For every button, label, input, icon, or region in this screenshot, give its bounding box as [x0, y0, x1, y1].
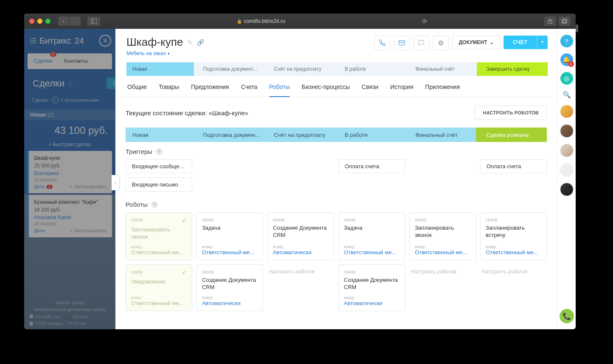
app-logo: Битрикс24 ✕	[24, 29, 115, 52]
deal-card[interactable]: Кухонный комплект "Кофе" 18 100 руб. Ana…	[28, 195, 112, 237]
configure-robots-button[interactable]: НАСТРОИТЬ РОБОТОВ	[475, 106, 547, 120]
user-avatar[interactable]	[560, 163, 574, 177]
pipeline-stage[interactable]: Счёт на предоплату	[265, 62, 336, 76]
support-button[interactable]: ◎	[560, 72, 573, 85]
filter-line[interactable]: Сделки:1с просроченными	[24, 93, 115, 107]
user-avatar[interactable]	[560, 105, 574, 118]
tab-invoices[interactable]: Счета	[241, 83, 258, 97]
address-bar[interactable]: 🔒comilfo.bitrix24.ru	[104, 18, 419, 24]
crm-background: Битрикс24 ✕ Сделки6 Контакты Сделки☆С Сд…	[24, 29, 115, 329]
maximize-window-icon[interactable]	[45, 19, 50, 24]
browser-window: ‹ › 🔒comilfo.bitrix24.ru ⟳ Битрикс24 ✕ С	[24, 14, 576, 329]
help-icon[interactable]: ?	[156, 148, 162, 155]
settings-button[interactable]: ⚙	[433, 36, 449, 50]
invoice-button[interactable]: СЧЁТ	[504, 36, 537, 49]
robot-card[interactable]: сразуЗадачакому:Ответственный ме...	[339, 212, 405, 260]
user-avatar[interactable]	[560, 144, 574, 157]
robot-card[interactable]: сразуЗадачакому:Ответственный ме...	[196, 212, 263, 260]
tab-bp[interactable]: Бизнес-процессы	[302, 83, 350, 97]
close-window-icon[interactable]	[29, 19, 34, 24]
deal-detail-panel: Шкаф-купе ✎ 🔗 Мебель на заказ ⚙ ДОКУМЕНТ…	[115, 29, 557, 329]
share-button[interactable]	[544, 17, 556, 26]
search-button[interactable]: С	[106, 78, 115, 89]
tab-robots[interactable]: Роботы	[269, 83, 290, 97]
help-icon[interactable]: ?	[151, 201, 158, 208]
tab-products[interactable]: Товары	[159, 83, 179, 97]
tab-history[interactable]: История	[390, 83, 413, 97]
robot-card[interactable]: сразуЗапланировать встречукому:Ответстве…	[480, 212, 547, 260]
trigger-item[interactable]: Оплата счета	[339, 159, 405, 173]
tabs-button[interactable]	[559, 17, 571, 26]
crm-tabs: Сделки6 Контакты	[28, 53, 112, 69]
tab-general[interactable]: Общие	[127, 83, 147, 97]
close-panel-icon[interactable]: ✕	[99, 35, 111, 47]
pipeline-stage[interactable]: Подготовка документ...	[194, 62, 265, 76]
document-button[interactable]: ДОКУМЕНТ ⌄	[452, 36, 500, 49]
sidebar-toggle-button[interactable]	[87, 17, 100, 26]
robots-stage[interactable]: Счёт на предоплату	[264, 128, 335, 142]
pipeline-stage[interactable]: Новая	[126, 62, 194, 76]
reload-button[interactable]: ⟳	[422, 18, 431, 25]
link-icon[interactable]: 🔗	[197, 39, 204, 46]
pipeline-stage[interactable]: Финальный счёт	[406, 62, 477, 76]
help-button[interactable]: ?	[560, 35, 573, 47]
stage-total: 43 100 руб.	[24, 120, 115, 138]
robot-card[interactable]: сразуСоздание Документа CRMкому:Автомати…	[267, 212, 334, 260]
tab-relations[interactable]: Связи	[362, 83, 378, 97]
back-button[interactable]: ‹	[58, 17, 69, 26]
robot-responsible: Ответственный ме...	[344, 249, 400, 256]
robot-card[interactable]: сразу✓Запланировать звоноккому:Ответстве…	[126, 212, 192, 260]
notifications-button[interactable]: 🔔1	[560, 53, 573, 66]
robot-card[interactable]: сразуЗапланировать звоноккому:Ответствен…	[409, 212, 476, 260]
tab-apps[interactable]: Приложения	[425, 83, 460, 97]
tab-quotes[interactable]: Предложения	[191, 83, 229, 97]
right-rail: ? 🔔1 ◎ 🔍 📞	[557, 29, 576, 329]
check-icon: ✓	[182, 269, 187, 276]
robots-heading: Роботы?	[126, 201, 547, 208]
dial-button[interactable]: 📞	[560, 309, 574, 323]
user-avatar[interactable]	[560, 124, 574, 138]
configure-robots-link[interactable]: Настроить роботов	[409, 264, 476, 311]
trigger-item[interactable]: Входящее сообщени...	[126, 159, 192, 173]
star-icon[interactable]: ☆	[68, 79, 74, 87]
robots-stage-success[interactable]: Сделка успешна	[476, 128, 547, 142]
user-avatar[interactable]	[560, 183, 574, 196]
robots-stage[interactable]: Подготовка докумен...	[193, 128, 264, 142]
robot-card[interactable]: сразуСоздание Документа CRMкому:Автомати…	[196, 264, 263, 311]
forward-button[interactable]: ›	[70, 17, 81, 26]
robots-stage[interactable]: Финальный счёт	[405, 128, 476, 142]
trigger-item[interactable]: Входящее письмо	[126, 178, 192, 192]
invoice-dropdown[interactable]: ▾	[537, 36, 548, 49]
minimize-window-icon[interactable]	[37, 19, 42, 24]
menu-icon[interactable]	[30, 38, 36, 43]
edit-icon[interactable]: ✎	[188, 39, 193, 46]
tab-deals[interactable]: Сделки6	[28, 53, 58, 69]
deal-card[interactable]: Шкаф-купе 25 000 руб. Екатерина 22 Ноябр…	[28, 151, 112, 193]
configure-robots-link[interactable]: Настроить роботов	[267, 264, 334, 311]
pipeline-stage-complete[interactable]: Завершить сделку	[477, 62, 548, 76]
robot-responsible: Ответственный ме...	[202, 249, 258, 256]
svg-rect-4	[562, 20, 566, 23]
robots-stage[interactable]: В работе	[334, 128, 405, 142]
expand-handle[interactable]: ›	[112, 175, 119, 190]
robot-action: Создание Документа CRM	[202, 277, 258, 292]
category-link[interactable]: Мебель на заказ	[126, 50, 370, 56]
chat-button[interactable]	[413, 36, 429, 50]
pipeline-stage[interactable]: В работе	[335, 62, 406, 76]
robots-pipeline: Новая Подготовка докумен... Счёт на пред…	[126, 128, 547, 142]
mail-button[interactable]	[394, 36, 410, 50]
deals-count-badge: 6	[50, 52, 56, 57]
configure-robots-link[interactable]: Настроить роботов	[480, 264, 547, 311]
call-button[interactable]	[374, 36, 390, 50]
search-icon[interactable]: 🔍	[563, 91, 571, 99]
robot-responsible: Автоматически	[273, 249, 328, 256]
tab-contacts[interactable]: Контакты	[58, 53, 94, 69]
deal-pipeline: Новая Подготовка документ... Счёт на пре…	[115, 62, 557, 76]
robot-card[interactable]: сразуСоздание Документа CRMкому:Автомати…	[339, 264, 405, 311]
quick-deal-button[interactable]: + Быстрая сделка	[24, 138, 115, 151]
robots-stage[interactable]: Новая	[126, 128, 193, 142]
svg-rect-3	[563, 19, 567, 22]
trigger-item[interactable]: Оплата счета	[480, 159, 547, 173]
robot-action: Задача	[202, 225, 258, 241]
robot-card[interactable]: сразу✓Уведомлениекому:Ответственный ме..…	[126, 264, 192, 311]
